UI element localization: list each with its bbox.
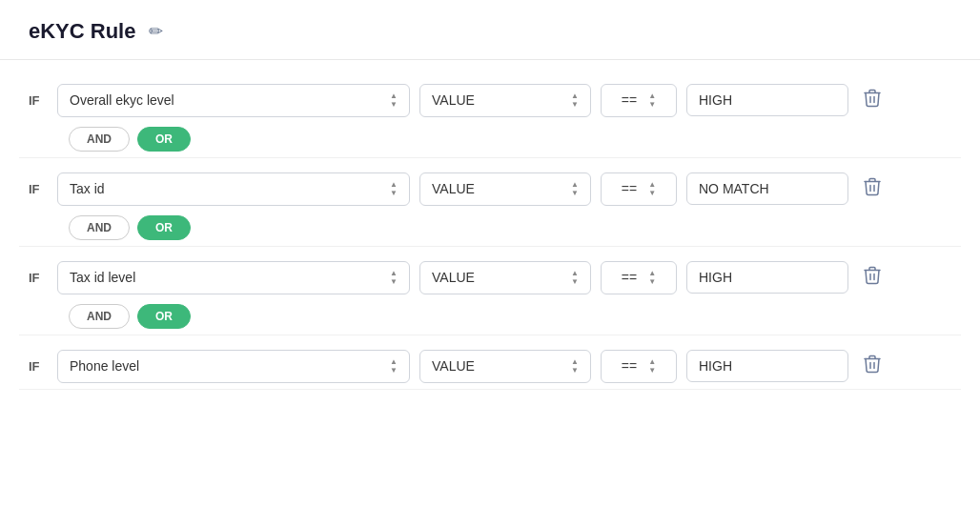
operator-select-4[interactable]: == ▲ ▼ [601, 350, 677, 383]
result-text-2: NO MATCH [699, 181, 769, 196]
condition-text-1: Overall ekyc level [70, 92, 174, 108]
result-text-3: HIGH [699, 270, 732, 285]
if-label-1: IF [29, 93, 48, 108]
if-label-2: IF [29, 182, 48, 196]
rule-block-3: IF Tax id level ▲ ▼ VALUE ▲ ▼ == ▲ ▼ HIG… [19, 247, 961, 335]
operator-text-2: == [622, 181, 637, 196]
rule-block-2: IF Tax id ▲ ▼ VALUE ▲ ▼ == ▲ ▼ NO MATCH … [19, 158, 961, 247]
operator-select-1[interactable]: == ▲ ▼ [601, 84, 677, 117]
value-text-4: VALUE [432, 358, 475, 374]
result-text-1: HIGH [699, 92, 732, 108]
value-arrows-1: ▲ ▼ [571, 92, 579, 109]
value-text-3: VALUE [432, 270, 475, 285]
page-title: eKYC Rule [29, 19, 135, 44]
value-text-1: VALUE [432, 92, 475, 108]
condition-select-1[interactable]: Overall ekyc level ▲ ▼ [57, 84, 410, 117]
value-arrows-4: ▲ ▼ [571, 358, 579, 375]
connector-row-1: ANDOR [19, 123, 961, 157]
down-arrow-icon: ▼ [648, 367, 656, 375]
if-label-3: IF [29, 271, 48, 285]
or-button-2[interactable]: OR [137, 215, 191, 240]
and-button-1[interactable]: AND [69, 127, 130, 152]
value-arrows-2: ▲ ▼ [571, 181, 579, 197]
condition-select-4[interactable]: Phone level ▲ ▼ [57, 350, 410, 383]
result-select-2[interactable]: NO MATCH [686, 172, 848, 205]
up-arrow-icon: ▲ [390, 358, 398, 366]
up-arrow-icon: ▲ [648, 358, 656, 366]
operator-text-1: == [622, 92, 637, 108]
up-arrow-icon: ▲ [390, 181, 398, 189]
delete-rule-button-3[interactable] [858, 260, 887, 294]
connector-row-2: ANDOR [19, 212, 961, 246]
op-arrows-4: ▲ ▼ [648, 358, 656, 375]
result-text-4: HIGH [699, 358, 732, 374]
delete-rule-button-2[interactable] [858, 172, 887, 206]
connector-row-3: ANDOR [19, 300, 961, 335]
down-arrow-icon: ▼ [390, 278, 398, 286]
up-arrow-icon: ▲ [571, 92, 579, 100]
or-button-3[interactable]: OR [137, 304, 191, 329]
condition-select-2[interactable]: Tax id ▲ ▼ [57, 172, 410, 206]
value-arrows-3: ▲ ▼ [571, 270, 579, 286]
value-select-1[interactable]: VALUE ▲ ▼ [419, 84, 591, 117]
condition-text-3: Tax id level [70, 270, 135, 285]
op-arrows-3: ▲ ▼ [648, 270, 656, 286]
edit-icon[interactable]: ✏ [149, 21, 163, 42]
rules-container: IF Overall ekyc level ▲ ▼ VALUE ▲ ▼ == ▲… [0, 60, 980, 399]
up-arrow-icon: ▲ [390, 270, 398, 277]
down-arrow-icon: ▼ [571, 101, 579, 109]
condition-arrows-1: ▲ ▼ [390, 92, 398, 109]
value-select-4[interactable]: VALUE ▲ ▼ [419, 350, 591, 383]
operator-select-2[interactable]: == ▲ ▼ [601, 172, 677, 206]
down-arrow-icon: ▼ [571, 278, 579, 286]
up-arrow-icon: ▲ [648, 181, 656, 189]
result-select-3[interactable]: HIGH [686, 261, 848, 294]
up-arrow-icon: ▲ [571, 358, 579, 366]
operator-text-3: == [622, 270, 637, 285]
delete-rule-button-1[interactable] [858, 83, 887, 117]
value-select-3[interactable]: VALUE ▲ ▼ [419, 261, 591, 294]
condition-arrows-4: ▲ ▼ [390, 358, 398, 375]
rule-row-1: IF Overall ekyc level ▲ ▼ VALUE ▲ ▼ == ▲… [19, 70, 961, 123]
rule-block-1: IF Overall ekyc level ▲ ▼ VALUE ▲ ▼ == ▲… [19, 70, 961, 158]
down-arrow-icon: ▼ [648, 101, 656, 109]
op-arrows-1: ▲ ▼ [648, 92, 656, 109]
value-select-2[interactable]: VALUE ▲ ▼ [419, 172, 591, 206]
condition-select-3[interactable]: Tax id level ▲ ▼ [57, 261, 410, 294]
up-arrow-icon: ▲ [571, 181, 579, 189]
condition-arrows-3: ▲ ▼ [390, 270, 398, 286]
and-button-2[interactable]: AND [69, 215, 130, 240]
delete-rule-button-4[interactable] [858, 349, 887, 383]
up-arrow-icon: ▲ [571, 270, 579, 277]
up-arrow-icon: ▲ [648, 92, 656, 100]
or-button-1[interactable]: OR [137, 127, 191, 152]
value-text-2: VALUE [432, 181, 475, 196]
down-arrow-icon: ▼ [571, 367, 579, 375]
down-arrow-icon: ▼ [390, 367, 398, 375]
rule-row-2: IF Tax id ▲ ▼ VALUE ▲ ▼ == ▲ ▼ NO MATCH [19, 158, 961, 212]
op-arrows-2: ▲ ▼ [648, 181, 656, 197]
down-arrow-icon: ▼ [648, 190, 656, 197]
down-arrow-icon: ▼ [648, 278, 656, 286]
result-select-4[interactable]: HIGH [686, 350, 848, 382]
up-arrow-icon: ▲ [648, 270, 656, 277]
up-arrow-icon: ▲ [390, 92, 398, 100]
result-select-1[interactable]: HIGH [686, 84, 848, 116]
rule-block-4: IF Phone level ▲ ▼ VALUE ▲ ▼ == ▲ ▼ HIGH [19, 335, 961, 390]
header: eKYC Rule ✏ [0, 0, 980, 60]
condition-text-4: Phone level [70, 358, 139, 374]
down-arrow-icon: ▼ [390, 190, 398, 197]
and-button-3[interactable]: AND [69, 304, 130, 329]
rule-row-4: IF Phone level ▲ ▼ VALUE ▲ ▼ == ▲ ▼ HIGH [19, 335, 961, 389]
rule-row-3: IF Tax id level ▲ ▼ VALUE ▲ ▼ == ▲ ▼ HIG… [19, 247, 961, 300]
down-arrow-icon: ▼ [390, 101, 398, 109]
condition-text-2: Tax id [70, 181, 105, 196]
operator-select-3[interactable]: == ▲ ▼ [601, 261, 677, 294]
if-label-4: IF [29, 359, 48, 374]
down-arrow-icon: ▼ [571, 190, 579, 197]
operator-text-4: == [622, 358, 637, 374]
condition-arrows-2: ▲ ▼ [390, 181, 398, 197]
